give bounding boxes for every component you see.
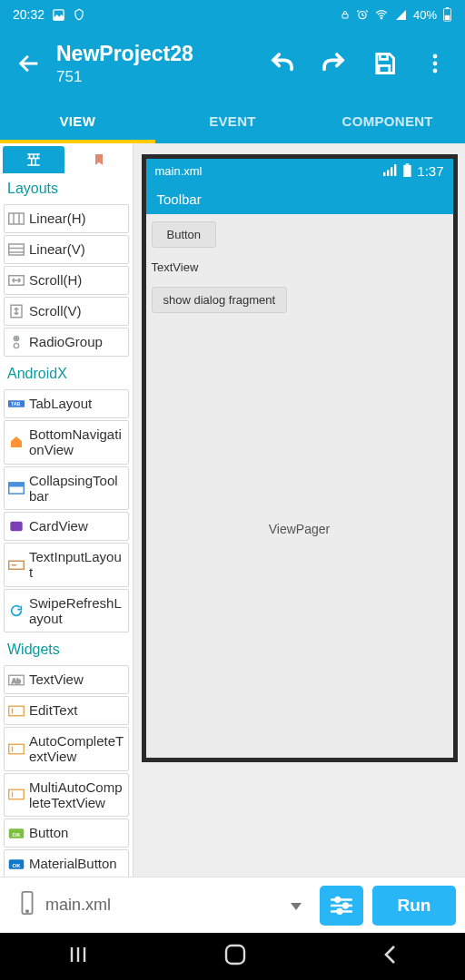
status-time: 20:32: [13, 7, 45, 22]
svg-text:Ab: Ab: [12, 676, 21, 684]
comp-collapsingtoolbar[interactable]: CollapsingToolbar: [4, 466, 129, 511]
comp-autocomplete[interactable]: AutoCompleteTextView: [4, 727, 129, 771]
overflow-menu-button[interactable]: [420, 48, 450, 79]
home-icon: [8, 434, 25, 450]
main-tabs: VIEW EVENT COMPONENT: [0, 98, 465, 143]
svg-rect-37: [394, 164, 396, 176]
chevron-down-icon: [291, 896, 302, 915]
radio-icon: [8, 334, 25, 350]
image-icon: [52, 8, 65, 22]
signal-icon: [383, 164, 398, 179]
bottom-toolbar: main.xml Run: [0, 877, 465, 933]
svg-rect-1: [342, 15, 348, 19]
component-palette: Layouts Linear(H) Linear(V) Scroll(H) Sc…: [0, 143, 134, 877]
settings-button[interactable]: [320, 886, 363, 926]
svg-rect-27: [9, 790, 25, 800]
svg-point-8: [433, 62, 438, 66]
comp-materialbutton[interactable]: OKMaterialButton: [4, 849, 129, 877]
comp-swiperefresh[interactable]: SwipeRefreshLayout: [4, 589, 129, 633]
battery-pct: 40%: [413, 8, 437, 22]
comp-edittext[interactable]: EditText: [4, 696, 129, 725]
svg-rect-10: [9, 213, 25, 224]
svg-rect-39: [404, 164, 411, 176]
svg-rect-45: [226, 946, 244, 964]
battery-icon: [403, 163, 411, 180]
canvas-button-2[interactable]: show dialog fragment: [152, 287, 288, 313]
design-canvas[interactable]: main.xml 1:37 Toolbar Button TextView sh…: [142, 154, 458, 762]
comp-linear-h[interactable]: Linear(H): [4, 204, 129, 233]
autocomplete-icon: [8, 740, 25, 757]
battery-icon: [442, 7, 452, 22]
card-icon: [8, 518, 25, 534]
svg-point-42: [335, 897, 340, 902]
nav-home-button[interactable]: [223, 943, 247, 970]
svg-point-41: [26, 910, 28, 912]
svg-rect-38: [406, 163, 409, 165]
comp-scroll-v[interactable]: Scroll(V): [4, 297, 129, 326]
canvas-textview[interactable]: TextView: [152, 248, 448, 274]
palette-tab-bookmark[interactable]: [68, 146, 130, 173]
back-button[interactable]: [9, 44, 49, 83]
file-name: main.xml: [45, 896, 111, 915]
project-subtitle: 751: [56, 68, 267, 86]
comp-textinputlayout[interactable]: TextInputLayout: [4, 543, 129, 587]
shield-icon: [73, 8, 85, 21]
nav-recents-button[interactable]: [67, 946, 89, 967]
svg-rect-34: [383, 172, 385, 175]
project-title: NewProject28: [56, 42, 267, 66]
tab-event[interactable]: EVENT: [155, 98, 311, 143]
canvas-file-label: main.xml: [155, 164, 203, 178]
scroll-icon: [8, 303, 25, 319]
scroll-icon: [8, 272, 25, 289]
comp-button[interactable]: OKButton: [4, 818, 129, 848]
refresh-icon: [8, 603, 25, 619]
nav-back-button[interactable]: [381, 944, 398, 969]
svg-text:TAB: TAB: [11, 401, 21, 407]
alarm-icon: [356, 8, 369, 21]
comp-linear-v[interactable]: Linear(V): [4, 235, 129, 264]
svg-point-3: [381, 17, 382, 19]
canvas-viewpager[interactable]: ViewPager: [152, 522, 448, 536]
signal-icon: [394, 9, 408, 21]
svg-point-9: [433, 69, 438, 74]
save-button[interactable]: [369, 48, 400, 79]
svg-rect-36: [391, 167, 392, 176]
tab-icon: TAB: [8, 396, 25, 412]
svg-point-43: [343, 903, 348, 907]
undo-button[interactable]: [267, 48, 298, 79]
autocomplete-icon: [8, 787, 25, 803]
section-androidx: AndroidX: [0, 358, 133, 387]
comp-radiogroup[interactable]: RadioGroup: [4, 328, 129, 357]
run-button[interactable]: Run: [372, 886, 456, 926]
tab-component[interactable]: COMPONENT: [310, 98, 465, 143]
layout-icon: [8, 211, 25, 227]
svg-rect-11: [9, 244, 25, 255]
svg-text:OK: OK: [13, 831, 22, 837]
app-bar: NewProject28 751: [0, 29, 465, 98]
section-layouts: Layouts: [0, 173, 133, 202]
redo-button[interactable]: [318, 48, 349, 79]
comp-multiautocomplete[interactable]: MultiAutoCompleteTextView: [4, 773, 129, 818]
comp-cardview[interactable]: CardView: [4, 512, 129, 541]
svg-rect-20: [9, 483, 25, 486]
textview-icon: Ab: [8, 671, 25, 688]
section-widgets: Widgets: [0, 634, 133, 663]
comp-textview[interactable]: AbTextView: [4, 665, 129, 694]
comp-bottomnav[interactable]: BottomNavigationView: [4, 420, 129, 465]
svg-rect-26: [9, 744, 25, 754]
svg-rect-6: [445, 15, 450, 20]
file-selector[interactable]: main.xml: [9, 886, 311, 926]
toolbar-icon: [8, 480, 25, 496]
textinput-icon: [8, 556, 25, 573]
svg-point-7: [433, 54, 438, 59]
canvas-toolbar[interactable]: Toolbar: [146, 183, 453, 214]
canvas-button-1[interactable]: Button: [152, 221, 217, 248]
svg-rect-35: [387, 170, 389, 175]
layout-icon: [8, 241, 25, 258]
palette-tab-widgets[interactable]: [3, 146, 64, 173]
tab-view[interactable]: VIEW: [0, 98, 155, 143]
file-icon: [18, 891, 36, 919]
comp-scroll-h[interactable]: Scroll(H): [4, 266, 129, 295]
comp-tablayout[interactable]: TABTabLayout: [4, 389, 129, 418]
svg-text:OK: OK: [13, 862, 22, 867]
